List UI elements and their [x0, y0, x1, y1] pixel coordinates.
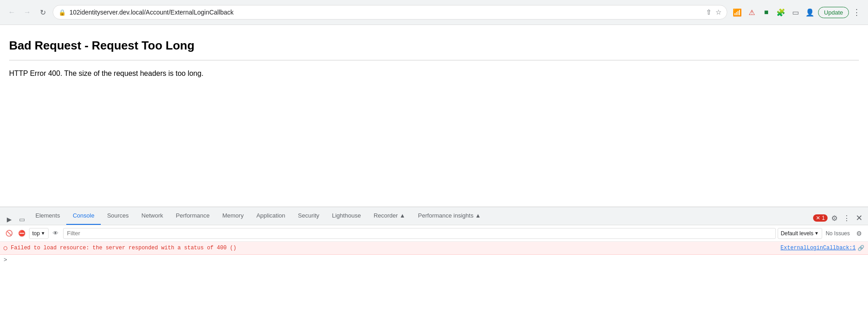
error-circle-icon: ◯	[4, 244, 7, 252]
dropdown-arrow-icon: ▼	[41, 231, 45, 236]
browser-menu-button[interactable]: ⋮	[851, 7, 863, 17]
levels-dropdown-arrow-icon: ▼	[814, 231, 819, 236]
top-label: top	[32, 230, 40, 237]
page-title: Bad Request - Request Too Long	[9, 39, 859, 53]
devtools-more-icon[interactable]: ⋮	[841, 212, 852, 224]
browser-chrome: ← → ↻ 🔒 102identityserver.dev.local/Acco…	[0, 0, 868, 25]
error-source-link[interactable]: ExternalLoginCallback:1	[780, 245, 856, 251]
default-levels-label: Default levels	[781, 230, 814, 237]
external-link-icon: 🔗	[858, 245, 864, 252]
console-prompt-icon[interactable]: >	[4, 257, 7, 263]
tab-performance-insights[interactable]: Performance insights ▲	[412, 207, 488, 225]
devtools-left-icons: ▶ ▭	[4, 214, 27, 225]
cast-icon[interactable]: 📶	[731, 6, 744, 19]
puzzle-icon[interactable]: 🧩	[774, 6, 787, 19]
tab-elements[interactable]: Elements	[29, 207, 66, 225]
tab-memory[interactable]: Memory	[216, 207, 250, 225]
console-prompt-row: >	[0, 255, 868, 265]
console-error-message: Failed to load resource: the server resp…	[11, 245, 781, 251]
block-icon[interactable]: ⛔	[16, 228, 27, 239]
console-toolbar-right: Default levels ▼ No Issues ⚙	[778, 228, 864, 239]
devtools-tabs-bar: ▶ ▭ Elements Console Sources Network Per…	[0, 207, 868, 225]
tab-security[interactable]: Security	[291, 207, 326, 225]
forward-button[interactable]: →	[21, 6, 34, 19]
toolbar-right: 📶 ⚠ ■ 🧩 ▭ 👤 Update ⋮	[731, 6, 863, 19]
refresh-button[interactable]: ↻	[36, 6, 49, 19]
tab-console[interactable]: Console	[66, 207, 101, 225]
share-icon[interactable]: ⇧	[706, 8, 712, 16]
console-settings-icon[interactable]: ⚙	[853, 228, 864, 239]
tab-sources[interactable]: Sources	[101, 207, 135, 225]
top-context-dropdown[interactable]: top ▼	[29, 228, 49, 239]
url-text: 102identityserver.dev.local/Account/Exte…	[69, 9, 702, 16]
back-button[interactable]: ←	[5, 6, 18, 19]
device-toolbar-icon[interactable]: ▭	[16, 214, 27, 225]
page-content: Bad Request - Request Too Long HTTP Erro…	[0, 25, 868, 91]
console-output: ◯ Failed to load resource: the server re…	[0, 242, 868, 327]
lock-icon: 🔒	[59, 9, 66, 16]
update-button[interactable]: Update	[818, 7, 849, 18]
address-bar[interactable]: 🔒 102identityserver.dev.local/Account/Ex…	[53, 5, 727, 20]
devtools-close-icon[interactable]: ✕	[854, 211, 864, 225]
page-body: HTTP Error 400. The size of the request …	[9, 69, 859, 78]
error-icon: ✕	[816, 215, 820, 221]
page-divider	[9, 60, 859, 60]
error-count: 1	[822, 215, 825, 221]
console-error-row: ◯ Failed to load resource: the server re…	[0, 242, 868, 255]
devtools-settings-icon[interactable]: ⚙	[829, 212, 839, 224]
eye-icon[interactable]: 👁	[50, 228, 61, 239]
bookmark-icon[interactable]: ☆	[715, 8, 721, 16]
layout-icon[interactable]: ▭	[789, 6, 802, 19]
profile-icon[interactable]: 👤	[804, 6, 816, 19]
filter-input[interactable]	[63, 228, 776, 239]
tab-lighthouse[interactable]: Lighthouse	[326, 207, 367, 225]
error-count-badge[interactable]: ✕ 1	[813, 214, 828, 222]
shield-red-icon[interactable]: ⚠	[745, 6, 758, 19]
nav-buttons: ← → ↻	[5, 6, 49, 19]
tab-recorder[interactable]: Recorder ▲	[367, 207, 412, 225]
inspect-element-icon[interactable]: ▶	[4, 214, 15, 225]
no-issues-label: No Issues	[826, 230, 850, 237]
extension-green-icon[interactable]: ■	[760, 6, 773, 19]
devtools-tabs-right: ✕ 1 ⚙ ⋮ ✕	[813, 211, 864, 225]
tab-application[interactable]: Application	[250, 207, 292, 225]
clear-console-button[interactable]: 🚫	[4, 228, 15, 239]
tab-network[interactable]: Network	[135, 207, 170, 225]
default-levels-dropdown[interactable]: Default levels ▼	[778, 228, 822, 239]
console-toolbar: 🚫 ⛔ top ▼ 👁 Default levels ▼ No Issues ⚙	[0, 225, 868, 242]
tab-performance[interactable]: Performance	[169, 207, 216, 225]
devtools-panel: ▶ ▭ Elements Console Sources Network Per…	[0, 207, 868, 327]
